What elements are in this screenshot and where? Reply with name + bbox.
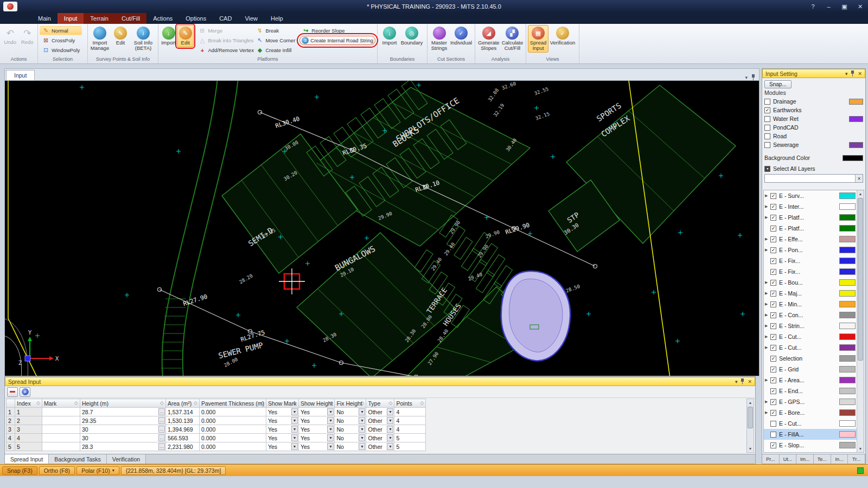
menu-tab-options[interactable]: Options (179, 13, 213, 24)
layer-checkbox[interactable]: ✓ (770, 410, 776, 416)
layer-color-swatch[interactable] (839, 258, 856, 264)
cell-pavement[interactable]: 0.000 (200, 408, 266, 416)
spread-input-view-button[interactable]: ▦ Spread Input (528, 25, 548, 53)
cad-drawing[interactable]: SHOPLOTS/OFFICEBLOCKSSEMI-DBUNGALOWSTERR… (5, 81, 759, 376)
cell-show-mark[interactable]: Yes▾ (266, 408, 298, 416)
select-all-layers-row[interactable]: ▪ Select All Layers (762, 164, 865, 173)
scrollbar-thumb[interactable] (858, 198, 863, 361)
layer-row-e-cut[interactable]: E - Cut... (764, 418, 864, 429)
height-ellipsis-button[interactable]: … (158, 408, 165, 415)
spread-input-titlebar[interactable]: Spread Input ▾ ✕ (5, 377, 755, 386)
right-tab-ut[interactable]: Ut... (780, 454, 797, 464)
expand-arrow-icon[interactable]: ▶ (765, 345, 770, 350)
layer-row-e-cut[interactable]: ▶✓E - Cut... (764, 331, 864, 342)
expand-arrow-icon[interactable]: ▶ (765, 313, 770, 317)
layer-row-e-maj[interactable]: ▶✓E - Maj... (764, 288, 864, 299)
scroll-down-icon[interactable]: ▼ (857, 445, 864, 452)
module-row-pondcad[interactable]: PondCAD (762, 123, 865, 132)
expand-arrow-icon[interactable]: ▶ (765, 215, 770, 220)
type-dropdown[interactable]: ▾ (387, 408, 393, 415)
ortho-toggle[interactable]: Ortho (F8) (39, 466, 75, 475)
bottom-tab-background-tasks[interactable]: Background Tasks (49, 454, 107, 464)
cell-mark[interactable] (42, 434, 80, 442)
right-tab-in[interactable]: In... (831, 454, 848, 464)
cell-area[interactable]: 566.593 (166, 434, 200, 442)
layer-color-swatch[interactable] (839, 442, 856, 448)
cell-height[interactable]: 30… (80, 434, 166, 442)
filter-diamond-icon[interactable]: ◇ (36, 400, 40, 406)
break-into-triangles-button[interactable]: △ Break into Triangles (196, 36, 251, 45)
layer-checkbox[interactable]: ✓ (770, 247, 776, 253)
layer-checkbox[interactable]: ✓ (770, 442, 776, 448)
layer-checkbox[interactable]: ✓ (770, 226, 776, 232)
cell-height[interactable]: 29.35… (80, 416, 166, 425)
layer-checkbox[interactable]: ✓ (770, 312, 776, 318)
cell-type[interactable]: Other▾ (366, 425, 394, 434)
right-tab-tr[interactable]: Tr... (848, 454, 865, 464)
layer-checkbox[interactable]: ✓ (770, 399, 776, 405)
menu-tab-input[interactable]: Input (58, 13, 84, 24)
spread-scroll-up-icon[interactable]: ▲ (747, 399, 754, 406)
help-button[interactable]: ? (805, 1, 821, 12)
spread-close-icon[interactable]: ✕ (748, 379, 752, 384)
document-tab-input[interactable]: Input (6, 70, 35, 80)
cell-fix-height[interactable]: No▾ (335, 434, 366, 442)
layer-checkbox[interactable]: ✓ (770, 377, 776, 383)
layer-row-e-bou[interactable]: ▶✓E - Bou... (764, 277, 864, 288)
menu-tab-actions[interactable]: Actions (146, 13, 179, 24)
spread-scrollbar[interactable]: ▲ ▼ (746, 399, 754, 453)
expand-arrow-icon[interactable]: ▶ (765, 410, 770, 415)
layer-color-swatch[interactable] (839, 247, 856, 253)
cell-type[interactable]: Other▾ (366, 408, 394, 416)
fix-height-dropdown[interactable]: ▾ (359, 443, 365, 450)
layer-color-swatch[interactable] (839, 399, 856, 405)
survey-edit-button[interactable]: ✎ Edit (110, 25, 131, 47)
module-checkbox[interactable] (764, 99, 770, 105)
column-header-mark[interactable]: ◇Mark (42, 399, 80, 408)
layer-row-e-effe[interactable]: ▶✓E - Effe... (764, 234, 864, 245)
app-logo[interactable] (3, 2, 17, 11)
cell-show-mark[interactable]: Yes▾ (266, 434, 298, 442)
layer-filter-input[interactable] (765, 176, 855, 182)
layer-checkbox[interactable]: ✓ (770, 301, 776, 307)
layer-row-e-platf[interactable]: ✓E - Platf... (764, 223, 864, 234)
layer-color-swatch[interactable] (839, 388, 856, 394)
pin-icon[interactable] (751, 74, 756, 80)
cell-points[interactable]: 5 (394, 442, 426, 451)
cell-area[interactable]: 1,394.969 (166, 425, 200, 434)
cell-index[interactable]: 5 (15, 442, 42, 451)
layer-row-e-area[interactable]: ▶✓E - Area... (764, 375, 864, 386)
type-dropdown[interactable]: ▾ (387, 426, 393, 433)
layer-color-swatch[interactable] (839, 312, 856, 318)
layer-checkbox[interactable] (770, 432, 776, 438)
cell-area[interactable]: 1,537.314 (166, 408, 200, 416)
normal-selection-button[interactable]: ✎ Normal (40, 26, 82, 35)
column-header-fix-height[interactable]: ◇Fix Height (335, 399, 366, 408)
height-ellipsis-button[interactable]: … (158, 426, 165, 433)
snap-settings-button[interactable]: Snap... (764, 80, 792, 88)
layer-row-e-strin[interactable]: ▶✓E - Strin... (764, 320, 864, 331)
menu-tab-cut-fill[interactable]: Cut/Fill (115, 13, 146, 24)
scroll-up-icon[interactable]: ▲ (857, 190, 864, 197)
cell-mark[interactable] (42, 442, 80, 451)
layer-row-e-min[interactable]: ▶✓E - Min... (764, 299, 864, 310)
layer-color-swatch[interactable] (839, 431, 856, 438)
filter-diamond-icon[interactable]: ◇ (160, 400, 164, 406)
height-ellipsis-button[interactable]: … (158, 417, 165, 424)
cell-fix-height[interactable]: No▾ (335, 442, 366, 451)
cell-fix-height[interactable]: No▾ (335, 416, 366, 425)
show-height-dropdown[interactable]: ▾ (327, 443, 334, 450)
master-strings-button[interactable]: Master Strings (429, 25, 449, 53)
layer-checkbox[interactable] (770, 421, 776, 427)
show-mark-dropdown[interactable]: ▾ (291, 417, 298, 424)
tab-list-dropdown-icon[interactable]: ▾ (745, 75, 748, 80)
filter-diamond-icon[interactable]: ◇ (389, 400, 393, 406)
menu-tab-main[interactable]: Main (31, 13, 58, 24)
module-checkbox[interactable]: ✓ (764, 107, 770, 113)
create-infill-button[interactable]: ◆ Create Infill (253, 46, 297, 55)
cell-points[interactable]: 4 (394, 408, 426, 416)
verification-view-button[interactable]: ✓ Verification (548, 25, 577, 47)
layer-row-e-slop[interactable]: ✓E - Slop... (764, 440, 864, 451)
soil-info-button[interactable]: i Soil Info (BETA) (131, 25, 156, 53)
cell-index[interactable]: 3 (15, 425, 42, 434)
